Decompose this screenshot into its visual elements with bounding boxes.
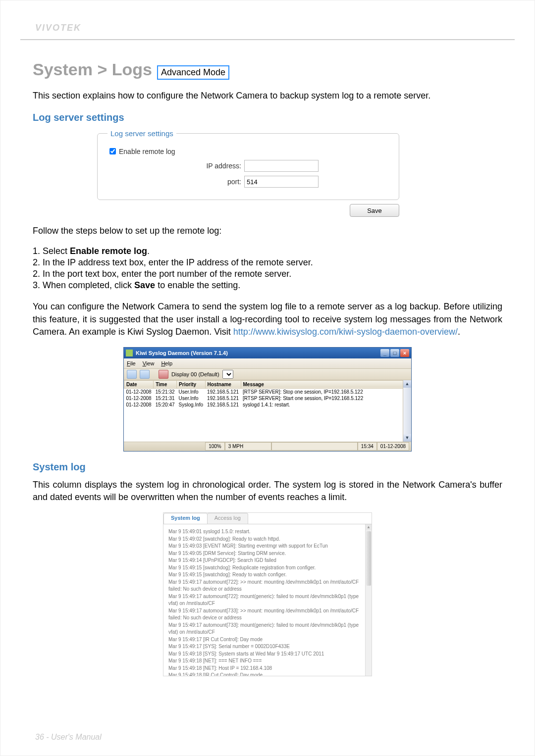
table-cell: User.Info xyxy=(177,395,205,402)
scroll-thumb[interactable] xyxy=(366,531,371,586)
column-header[interactable]: Priority xyxy=(177,380,205,388)
menu-item[interactable]: View xyxy=(143,360,155,366)
system-log-tabs: System logAccess log xyxy=(163,513,372,524)
tab-system-log[interactable]: System log xyxy=(163,513,208,524)
log-line: Mar 9 15:49:18 [SYS]: System starts at W… xyxy=(168,651,367,658)
system-log-body: Mar 9 15:49:01 syslogd 1.5.0: restart.Ma… xyxy=(163,524,372,676)
port-input[interactable] xyxy=(244,176,319,188)
table-cell: 01-12-2008 xyxy=(124,402,154,408)
kiwi-scrollbar[interactable]: ▲ ▼ xyxy=(403,380,411,442)
table-cell: 15:20:47 xyxy=(154,402,177,408)
table-cell: [RTSP SERVER]: Stop one session, IP=192.… xyxy=(241,388,411,395)
column-header[interactable]: Hostname xyxy=(205,380,241,388)
table-cell: 15:21:32 xyxy=(154,388,177,395)
page-footer: 36 - User's Manual xyxy=(35,733,102,742)
status-mph: 3 MPH xyxy=(225,442,271,451)
table-cell: User.Info xyxy=(177,388,205,395)
log-line: Mar 9 15:49:18 [NET]: === NET INFO === xyxy=(168,657,367,665)
breadcrumb: System > Logs xyxy=(33,60,152,79)
system-log-paragraph: This column displays the system log in c… xyxy=(33,479,502,504)
log-line: Mar 9 15:49:18 [IR Cut Control]: Day mod… xyxy=(168,672,367,676)
log-server-heading: Log server settings xyxy=(33,112,502,123)
step-item: 2. In the port text box, enter the port … xyxy=(33,269,502,279)
scroll-up-icon[interactable]: ▲ xyxy=(366,524,372,530)
column-header[interactable]: Date xyxy=(124,380,154,388)
table-cell: 15:21:31 xyxy=(154,395,177,402)
menu-item[interactable]: Help xyxy=(161,360,172,366)
port-label: port: xyxy=(107,178,244,186)
table-cell: 192.168.5.121 xyxy=(205,402,241,408)
log-line: Mar 9 15:49:01 syslogd 1.5.0: restart. xyxy=(168,528,367,536)
ip-address-input[interactable] xyxy=(244,160,319,172)
header-rule xyxy=(20,39,515,40)
log-line: Mar 9 15:49:17 automount[733]: mount(gen… xyxy=(168,622,367,636)
table-cell: [RTSP SERVER]: Start one session, IP=192… xyxy=(241,395,411,402)
table-row[interactable]: 01-12-200815:20:47Syslog.Info192.168.5.1… xyxy=(124,402,411,408)
step-item: 3. When completed, click Save to enable … xyxy=(33,280,502,291)
log-line: Mar 9 15:49:17 automount[722]: >> mount:… xyxy=(168,579,367,593)
kiwi-titlebar[interactable]: Kiwi Syslog Daemon (Version 7.1.4) _ □ × xyxy=(124,348,411,358)
system-log-scrollbar[interactable]: ▲ xyxy=(365,524,372,676)
log-line: Mar 9 15:49:15 [swatchdog]: Reduplicate … xyxy=(168,564,367,572)
advanced-mode-badge: Advanced Mode xyxy=(157,65,229,80)
toolbar-button-1[interactable] xyxy=(127,370,137,379)
table-cell: 01-12-2008 xyxy=(124,395,154,402)
toolbar-button-2[interactable] xyxy=(140,370,150,379)
scroll-up-icon[interactable]: ▲ xyxy=(403,380,411,388)
close-icon[interactable]: × xyxy=(400,349,409,357)
intro-paragraph: This section explains how to configure t… xyxy=(33,90,502,102)
table-row[interactable]: 01-12-200815:21:31User.Info192.168.5.121… xyxy=(124,395,411,402)
log-line: Mar 9 15:49:17 [SYS]: Serial number = 00… xyxy=(168,643,367,651)
remote-paragraph: You can configure the Network Camera to … xyxy=(33,301,502,338)
log-server-legend: Log server settings xyxy=(107,129,176,138)
kiwi-syslog-window: Kiwi Syslog Daemon (Version 7.1.4) _ □ ×… xyxy=(123,347,412,452)
log-line: Mar 9 15:49:17 automount[733]: >> mount:… xyxy=(168,607,367,622)
log-line: Mar 9 15:49:05 [DRM Service]: Starting D… xyxy=(168,550,367,557)
step-item: 2. In the IP address text box, enter the… xyxy=(33,257,502,268)
enable-remote-log-checkbox[interactable] xyxy=(109,148,116,154)
column-header[interactable]: Message xyxy=(241,380,411,388)
kiwi-menubar: FileViewHelp xyxy=(124,358,411,369)
log-line: Mar 9 15:49:15 [swatchdog]: Ready to wat… xyxy=(168,571,367,579)
step-item: 1. Select Enable remote log. xyxy=(33,246,502,256)
page-title: System > Logs Advanced Mode xyxy=(33,60,502,80)
maximize-icon[interactable]: □ xyxy=(390,349,399,357)
display-label: Display 00 (Default) xyxy=(171,371,219,377)
log-server-fieldset: Log server settings Enable remote log IP… xyxy=(97,129,399,200)
brand-label: VIVOTEK xyxy=(35,23,81,33)
status-time: 15:34 xyxy=(358,442,377,451)
kiwi-toolbar: Display 00 (Default) xyxy=(124,369,411,380)
steps-intro: Follow the steps below to set up the rem… xyxy=(33,225,502,237)
status-spacer xyxy=(271,442,358,451)
table-cell: 01-12-2008 xyxy=(124,388,154,395)
toolbar-button-3[interactable] xyxy=(159,370,168,379)
table-cell: syslogd 1.4.1: restart. xyxy=(241,402,411,408)
menu-item[interactable]: File xyxy=(127,360,136,366)
remote-text-2: . xyxy=(458,327,460,337)
kiwi-log-table: DateTimePriorityHostnameMessage 01-12-20… xyxy=(124,380,411,408)
status-pct: 100% xyxy=(205,442,225,451)
column-header[interactable]: Time xyxy=(154,380,177,388)
scroll-down-icon[interactable]: ▼ xyxy=(403,434,411,442)
table-cell: 192.168.5.121 xyxy=(205,395,241,402)
table-cell: Syslog.Info xyxy=(177,402,205,408)
kiwi-link[interactable]: http://www.kiwisyslog.com/kiwi-syslog-da… xyxy=(233,327,458,337)
log-line: Mar 9 15:49:17 [IR Cut Control]: Day mod… xyxy=(168,636,367,644)
log-line: Mar 9 15:49:02 [swatchdog]: Ready to wat… xyxy=(168,536,367,543)
save-button[interactable]: Save xyxy=(350,204,399,217)
log-line: Mar 9 15:49:14 [UPnPIGDCP]: Search IGD f… xyxy=(168,557,367,564)
minimize-icon[interactable]: _ xyxy=(380,349,389,357)
table-row[interactable]: 01-12-200815:21:32User.Info192.168.5.121… xyxy=(124,388,411,395)
table-cell: 192.168.5.121 xyxy=(205,388,241,395)
steps-list: 1. Select Enable remote log.2. In the IP… xyxy=(33,246,502,291)
system-log-heading: System log xyxy=(33,461,502,473)
tab-access-log[interactable]: Access log xyxy=(207,513,248,524)
display-select[interactable] xyxy=(222,370,233,379)
ip-address-label: IP address: xyxy=(107,162,244,170)
log-line: Mar 9 15:49:18 [NET]: Host IP = 192.168.… xyxy=(168,665,367,672)
enable-remote-log-label: Enable remote log xyxy=(119,148,175,155)
system-log-panel: System logAccess log Mar 9 15:49:01 sysl… xyxy=(163,512,372,676)
kiwi-app-icon xyxy=(126,350,133,356)
log-line: Mar 9 15:49:17 automount[722]: mount(gen… xyxy=(168,593,367,607)
status-date: 01-12-2008 xyxy=(377,442,409,451)
